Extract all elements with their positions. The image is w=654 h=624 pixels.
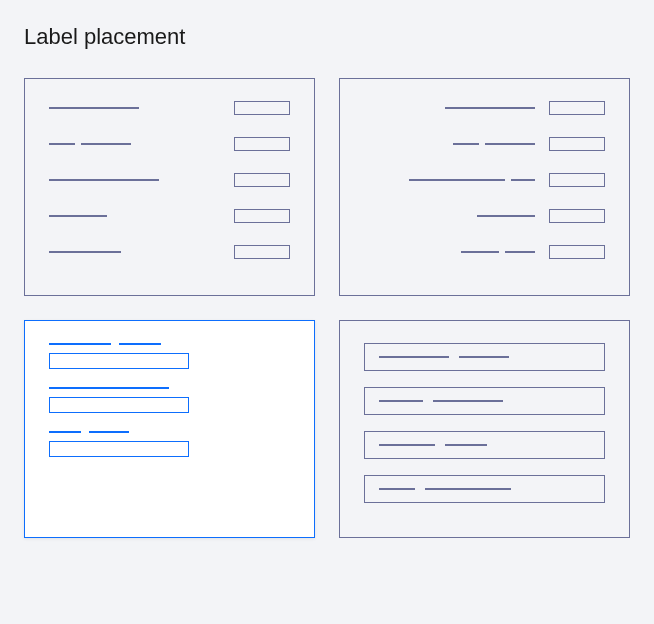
label-placeholder — [445, 444, 487, 446]
input-placeholder — [234, 209, 290, 223]
input-placeholder — [234, 245, 290, 259]
input-placeholder — [49, 397, 189, 413]
label-placeholder — [49, 431, 290, 433]
form-row — [49, 101, 290, 115]
input-placeholder — [549, 173, 605, 187]
label-placeholder — [49, 107, 139, 109]
form-row — [49, 173, 290, 187]
form-row — [49, 245, 290, 259]
form-row — [364, 101, 605, 115]
input-placeholder — [549, 137, 605, 151]
label-placeholder — [453, 143, 535, 145]
layout-options-grid — [24, 78, 630, 538]
label-placeholder — [379, 488, 415, 490]
form-row — [364, 173, 605, 187]
label-placeholder — [49, 387, 169, 389]
form-row — [49, 209, 290, 223]
input-placeholder — [549, 101, 605, 115]
input-placeholder — [549, 209, 605, 223]
input-placeholder — [364, 431, 605, 459]
label-placeholder — [379, 400, 423, 402]
label-placeholder — [49, 179, 159, 181]
label-placeholder — [49, 343, 290, 345]
input-placeholder — [234, 137, 290, 151]
form-row — [49, 387, 290, 413]
label-placeholder — [49, 143, 131, 145]
label-placeholder — [425, 488, 511, 490]
input-placeholder — [364, 343, 605, 371]
label-placeholder — [409, 179, 535, 181]
form-row — [364, 245, 605, 259]
input-placeholder — [234, 173, 290, 187]
form-row — [364, 137, 605, 151]
input-placeholder — [49, 441, 189, 457]
label-placeholder — [49, 251, 121, 253]
layout-option-inline[interactable] — [339, 320, 630, 538]
form-row — [49, 431, 290, 457]
label-placeholder — [477, 215, 535, 217]
label-placeholder — [379, 356, 449, 358]
label-placeholder — [49, 215, 107, 217]
layout-option-right-aligned[interactable] — [339, 78, 630, 296]
form-row — [49, 343, 290, 369]
input-placeholder — [364, 475, 605, 503]
layout-option-top-stacked[interactable] — [24, 320, 315, 538]
form-row — [364, 209, 605, 223]
label-placeholder — [445, 107, 535, 109]
input-placeholder — [49, 353, 189, 369]
input-placeholder — [364, 387, 605, 415]
input-placeholder — [549, 245, 605, 259]
form-row — [49, 137, 290, 151]
section-heading: Label placement — [24, 24, 630, 50]
input-placeholder — [234, 101, 290, 115]
label-placeholder — [433, 400, 503, 402]
layout-option-left-aligned[interactable] — [24, 78, 315, 296]
label-placeholder — [379, 444, 435, 446]
label-placeholder — [459, 356, 509, 358]
label-placeholder — [461, 251, 535, 253]
